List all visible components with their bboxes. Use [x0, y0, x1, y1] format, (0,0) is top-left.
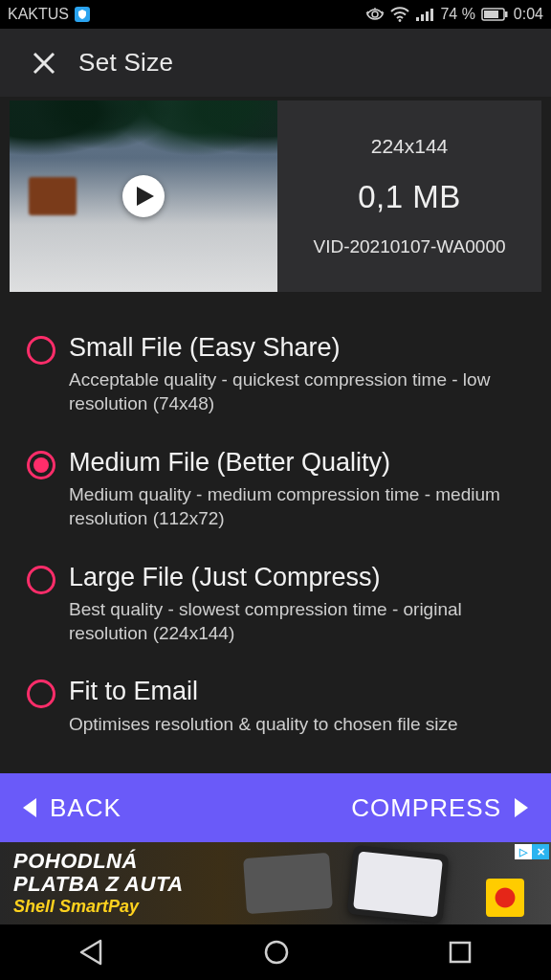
shell-logo-icon	[486, 879, 524, 917]
ad-card-graphic	[243, 853, 333, 914]
radio-icon[interactable]	[27, 679, 55, 708]
carrier-label: KAKTUS	[8, 6, 69, 23]
option-desc: Optimises resolution & quality to chosen…	[69, 713, 530, 737]
svg-marker-14	[23, 798, 36, 817]
nav-recents-icon[interactable]	[447, 939, 474, 966]
page-title: Set Size	[78, 48, 173, 78]
ad-phone-graphic	[347, 845, 450, 924]
battery-icon	[481, 8, 508, 21]
size-options-list: Small File (Easy Share) Acceptable quali…	[0, 292, 551, 773]
option-desc: Best quality - slowest compression time …	[69, 598, 530, 645]
radio-icon[interactable]	[27, 566, 55, 594]
status-bar: KAKTUS 74 % 0:04	[0, 0, 551, 29]
option-title: Fit to Email	[69, 676, 530, 706]
triangle-left-icon	[23, 797, 38, 818]
compress-button[interactable]: COMPRESS	[351, 793, 528, 823]
svg-point-17	[266, 942, 287, 963]
svg-rect-18	[451, 943, 470, 962]
ad-line2: PLATBA Z AUTA	[13, 872, 184, 897]
video-thumbnail[interactable]	[10, 100, 277, 292]
video-size: 0,1 MB	[358, 179, 461, 215]
option-fit-to-email[interactable]: Fit to Email Optimises resolution & qual…	[0, 662, 551, 753]
ad-close-icon[interactable]: ✕	[532, 844, 549, 859]
shield-icon	[75, 7, 90, 22]
option-medium-file[interactable]: Medium File (Better Quality) Medium qual…	[0, 434, 551, 548]
ad-info-icon[interactable]: ▷	[515, 844, 532, 859]
eye-icon	[365, 8, 385, 21]
android-nav-bar	[0, 924, 551, 980]
ad-line1: POHODLNÁ	[13, 850, 184, 872]
video-resolution: 224x144	[371, 135, 449, 158]
svg-rect-5	[421, 14, 424, 21]
option-large-file[interactable]: Large File (Just Compress) Best quality …	[0, 548, 551, 663]
svg-marker-15	[515, 798, 528, 817]
back-button[interactable]: BACK	[23, 793, 121, 823]
ad-line3: Shell SmartPay	[13, 897, 184, 917]
nav-back-icon[interactable]	[77, 938, 106, 967]
option-title: Small File (Easy Share)	[69, 332, 530, 363]
svg-rect-10	[505, 11, 508, 17]
svg-rect-7	[430, 9, 433, 21]
triangle-right-icon	[513, 797, 528, 818]
play-icon[interactable]	[122, 175, 165, 217]
option-small-file[interactable]: Small File (Easy Share) Acceptable quali…	[0, 319, 551, 434]
signal-icon	[415, 7, 434, 22]
radio-icon[interactable]	[27, 336, 55, 365]
svg-rect-6	[426, 11, 429, 21]
video-filename: VID-20210107-WA0000	[313, 236, 505, 257]
back-label: BACK	[50, 793, 121, 823]
svg-marker-16	[81, 941, 100, 964]
compress-label: COMPRESS	[351, 793, 501, 823]
radio-icon-selected[interactable]	[27, 451, 55, 479]
close-icon[interactable]	[31, 50, 57, 77]
nav-home-icon[interactable]	[262, 938, 291, 967]
svg-rect-4	[416, 17, 419, 21]
option-title: Large File (Just Compress)	[69, 562, 530, 592]
bottom-action-bar: BACK COMPRESS	[0, 773, 551, 842]
video-card: 224x144 0,1 MB VID-20210107-WA0000	[10, 100, 541, 292]
clock-label: 0:04	[514, 6, 543, 23]
ad-badge[interactable]: ▷ ✕	[515, 844, 549, 859]
option-desc: Medium quality - medium compression time…	[69, 483, 530, 530]
svg-rect-9	[484, 11, 498, 18]
option-desc: Acceptable quality - quickest compressio…	[69, 368, 530, 415]
wifi-icon	[390, 7, 409, 22]
option-title: Medium File (Better Quality)	[69, 447, 530, 478]
video-meta: 224x144 0,1 MB VID-20210107-WA0000	[277, 100, 541, 292]
svg-point-3	[399, 19, 402, 22]
app-header: Set Size	[0, 29, 551, 97]
battery-percent: 74 %	[440, 6, 474, 23]
svg-marker-13	[137, 187, 154, 206]
ad-banner[interactable]: POHODLNÁ PLATBA Z AUTA Shell SmartPay ▷ …	[0, 842, 551, 924]
